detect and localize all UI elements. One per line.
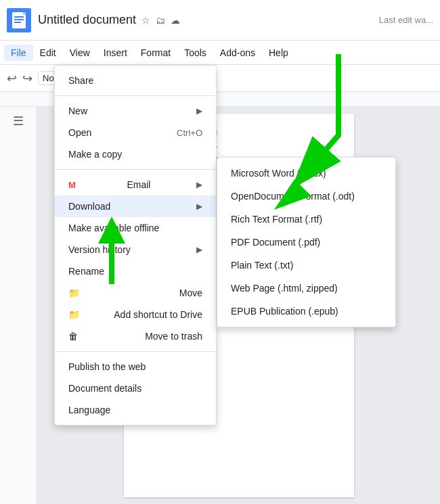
download-submenu: Microsoft Word (.docx) OpenDocument Form… bbox=[217, 157, 396, 327]
file-menu-copy[interactable]: Make a copy bbox=[55, 143, 216, 165]
file-dropdown-menu: Share New ▶ Open Ctrl+O Make a copy M Em… bbox=[54, 65, 217, 426]
file-menu-language[interactable]: Language bbox=[55, 399, 216, 421]
menu-file[interactable]: File bbox=[4, 45, 33, 61]
publish-label: Publish to the web bbox=[68, 361, 146, 372]
download-word[interactable]: Microsoft Word (.docx) bbox=[217, 162, 395, 185]
sidebar-docs-icon[interactable]: ☰ bbox=[13, 114, 24, 129]
folder-icon[interactable]: 🗂 bbox=[156, 15, 165, 26]
file-menu-new[interactable]: New ▶ bbox=[55, 100, 216, 122]
download-rtf[interactable]: Rich Text Format (.rtf) bbox=[217, 208, 395, 231]
download-arrow-icon: ▶ bbox=[196, 202, 202, 211]
svg-rect-3 bbox=[14, 19, 24, 20]
version-arrow-icon: ▶ bbox=[196, 245, 202, 254]
menu-bar: File Edit View Insert Format Tools Add-o… bbox=[0, 41, 440, 65]
divider-3 bbox=[55, 351, 216, 352]
details-label: Document details bbox=[68, 383, 141, 394]
email-label: Email bbox=[127, 179, 150, 190]
download-epub[interactable]: EPUB Publication (.epub) bbox=[217, 300, 395, 323]
trash-icon: 🗑 bbox=[68, 331, 78, 342]
epub-label: EPUB Publication (.epub) bbox=[231, 306, 338, 317]
menu-edit[interactable]: Edit bbox=[33, 45, 63, 61]
shortcut-label: Add shortcut to Drive bbox=[114, 309, 202, 320]
copy-label: Make a copy bbox=[68, 149, 122, 160]
html-label: Web Page (.html, zipped) bbox=[231, 283, 338, 294]
file-menu-shortcut[interactable]: 📁 Add shortcut to Drive bbox=[55, 304, 216, 325]
word-label: Microsoft Word (.docx) bbox=[231, 168, 326, 179]
file-menu-share[interactable]: Share bbox=[55, 70, 216, 91]
file-menu-email[interactable]: M Email ▶ bbox=[55, 174, 216, 196]
open-label: Open bbox=[68, 127, 91, 138]
download-odt[interactable]: OpenDocument Format (.odt) bbox=[217, 185, 395, 208]
doc-title: Untitled document bbox=[38, 13, 136, 27]
shortcut-icon: 📁 bbox=[68, 309, 80, 320]
file-menu-open[interactable]: Open Ctrl+O bbox=[55, 122, 216, 143]
top-bar: Untitled document ☆ 🗂 ☁ Last edit wa... bbox=[0, 0, 440, 41]
menu-view[interactable]: View bbox=[63, 45, 97, 61]
file-menu-version[interactable]: Version history ▶ bbox=[55, 239, 216, 260]
language-label: Language bbox=[68, 405, 110, 415]
file-menu-offline[interactable]: Make available offline bbox=[55, 217, 216, 239]
file-menu-download[interactable]: Download ▶ bbox=[55, 196, 216, 217]
version-label: Version history bbox=[68, 244, 131, 255]
divider-2 bbox=[55, 169, 216, 170]
undo-button[interactable]: ↩ bbox=[7, 71, 17, 86]
share-label: Share bbox=[68, 75, 93, 86]
file-menu-trash[interactable]: 🗑 Move to trash bbox=[55, 325, 216, 347]
file-menu-publish[interactable]: Publish to the web bbox=[55, 356, 216, 377]
trash-label: Move to trash bbox=[145, 331, 202, 342]
svg-rect-2 bbox=[14, 16, 24, 18]
redo-button[interactable]: ↪ bbox=[22, 71, 32, 86]
rename-label: Rename bbox=[68, 266, 104, 277]
menu-tools[interactable]: Tools bbox=[177, 45, 213, 61]
left-sidebar: ☰ bbox=[0, 107, 37, 504]
last-edit-text: Last edit wa... bbox=[379, 15, 433, 25]
menu-addons[interactable]: Add-ons bbox=[213, 45, 262, 61]
svg-rect-4 bbox=[14, 22, 21, 23]
star-icon[interactable]: ☆ bbox=[141, 15, 150, 26]
menu-insert[interactable]: Insert bbox=[97, 45, 134, 61]
download-label: Download bbox=[68, 201, 110, 212]
move-icon: 📁 bbox=[68, 288, 80, 298]
app-icon bbox=[7, 8, 31, 32]
download-pdf[interactable]: PDF Document (.pdf) bbox=[217, 231, 395, 254]
move-label: Move bbox=[179, 288, 202, 298]
new-label: New bbox=[68, 106, 87, 116]
new-arrow-icon: ▶ bbox=[196, 106, 202, 116]
title-icons: ☆ 🗂 ☁ bbox=[141, 15, 180, 26]
file-menu-move[interactable]: 📁 Move bbox=[55, 282, 216, 304]
download-txt[interactable]: Plain Text (.txt) bbox=[217, 254, 395, 277]
odt-label: OpenDocument Format (.odt) bbox=[231, 191, 355, 202]
rtf-label: Rich Text Format (.rtf) bbox=[231, 214, 322, 225]
email-arrow-icon: ▶ bbox=[196, 180, 202, 189]
txt-label: Plain Text (.txt) bbox=[231, 260, 293, 271]
menu-help[interactable]: Help bbox=[262, 45, 295, 61]
file-menu-rename[interactable]: Rename bbox=[55, 260, 216, 282]
cloud-icon[interactable]: ☁ bbox=[171, 15, 180, 26]
offline-label: Make available offline bbox=[68, 223, 159, 233]
divider-1 bbox=[55, 95, 216, 96]
pdf-label: PDF Document (.pdf) bbox=[231, 237, 320, 248]
file-menu-details[interactable]: Document details bbox=[55, 377, 216, 399]
gmail-icon: M bbox=[68, 180, 76, 190]
menu-format[interactable]: Format bbox=[134, 45, 177, 61]
download-html[interactable]: Web Page (.html, zipped) bbox=[217, 277, 395, 300]
open-shortcut: Ctrl+O bbox=[177, 128, 202, 138]
file-menu-panel: Share New ▶ Open Ctrl+O Make a copy M Em… bbox=[54, 65, 217, 426]
